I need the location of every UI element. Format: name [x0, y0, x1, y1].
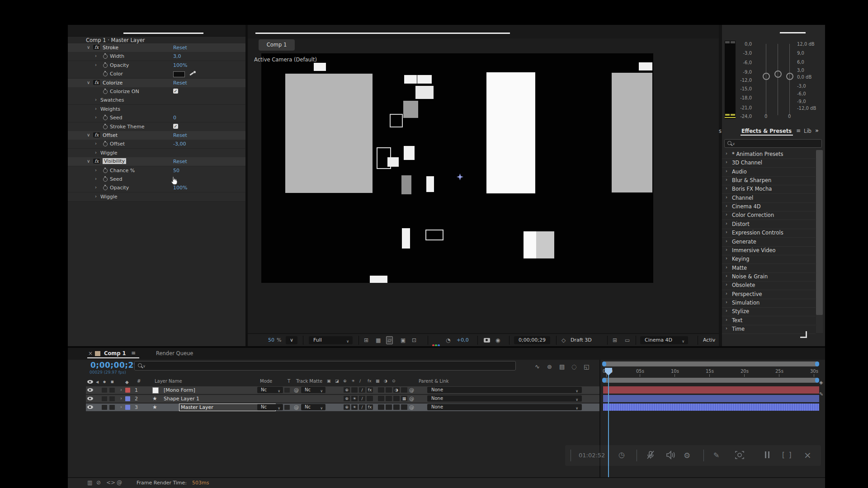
layer-switch-icon-5[interactable] [386, 396, 392, 401]
layer-label-color[interactable] [125, 396, 130, 401]
tab-libraries[interactable]: Lib [804, 128, 811, 134]
effects-category-matte[interactable]: ›Matte [722, 264, 816, 273]
effects-search-input[interactable]: ∨ [724, 139, 822, 148]
effects-category-audio[interactable]: ›Audio [722, 168, 816, 177]
parent-pickwhip-icon[interactable]: @ [409, 396, 414, 402]
chevron-right-icon[interactable]: › [95, 97, 97, 102]
audio-slider-knob[interactable] [786, 73, 793, 80]
effects-category-stylize[interactable]: ›Stylize [722, 307, 816, 316]
chevron-down-icon[interactable]: ∨ [87, 132, 90, 137]
layer-switch-icon-7[interactable]: ▦ [401, 396, 407, 401]
chevron-right-icon[interactable]: › [95, 115, 97, 120]
layer-switch-icon-7[interactable] [401, 404, 407, 410]
layer-expand-icon[interactable]: › [120, 404, 122, 409]
layer-switch-icon-3[interactable]: fx [367, 387, 373, 393]
snapshot-camera-icon[interactable] [484, 338, 490, 343]
layer-switch-icon-6[interactable] [393, 404, 400, 410]
chevron-down-icon[interactable]: ∨ [87, 80, 90, 85]
layer-expand-icon[interactable]: › [120, 387, 122, 392]
effects-category-obsolete[interactable]: ›Obsolete [722, 281, 816, 290]
layer-row-master-layer[interactable]: ›3★Master LayerNc∨@Nc∨⊕☀∕fx@None∨ [86, 404, 599, 411]
track-matte-dropdown[interactable]: Nc∨ [301, 404, 326, 410]
checkbox[interactable]: ✓ [173, 124, 178, 129]
expand-panel-icon[interactable]: » [815, 127, 819, 134]
layer-solo-cell[interactable] [102, 405, 107, 410]
effects-category-blur-sharpen[interactable]: ›Blur & Sharpen [722, 176, 816, 185]
chevron-right-icon[interactable]: › [726, 291, 727, 296]
pause-recording-icon[interactable] [764, 451, 770, 460]
effect-row-offset[interactable]: ∨fxOffsetReset [68, 131, 245, 140]
layer-expand-icon[interactable]: › [120, 396, 122, 401]
magnification-dropdown[interactable]: ∨ [286, 336, 297, 344]
reset-link[interactable]: Reset [173, 132, 187, 138]
chevron-down-icon[interactable]: ∨ [87, 159, 90, 164]
stopwatch-icon[interactable] [103, 169, 108, 173]
checkbox[interactable]: ✓ [173, 89, 178, 94]
chevron-right-icon[interactable]: › [95, 62, 97, 67]
fast-previews-label[interactable]: Draft 3D [571, 334, 592, 347]
chevron-right-icon[interactable]: › [726, 195, 727, 200]
stop-recording-icon[interactable]: [] [782, 451, 792, 459]
layer-duration-bar[interactable] [603, 395, 819, 402]
layer-row-shape-layer-1[interactable]: ›2★Shape Layer 1⊕☀∕▦@None∨ [86, 395, 599, 403]
panel-divider-right[interactable] [719, 25, 722, 346]
layer-switch-icon-6[interactable]: ◑ [393, 387, 400, 393]
effects-category-cinema-4d[interactable]: ›Cinema 4D [722, 202, 816, 211]
effect-name[interactable]: Offset [103, 132, 118, 138]
audio-slider-knob[interactable] [774, 70, 782, 78]
layer-name[interactable]: [Mono Form] [164, 387, 195, 393]
effect-row-colorize[interactable]: ∨fxColorizeReset [68, 79, 245, 88]
parent-link-dropdown[interactable]: None∨ [427, 404, 582, 410]
effect-row-visibility[interactable]: ∨fxVisibilityReset [68, 157, 245, 166]
stopwatch-icon[interactable] [103, 142, 108, 146]
effect-row-chance[interactable]: ›Chance %50 [68, 166, 245, 175]
reset-link[interactable]: Reset [173, 159, 187, 164]
effect-row-stroke[interactable]: ∨fxStrokeReset [68, 43, 245, 52]
pen-icon[interactable]: ✎ [819, 391, 823, 397]
layer-lock-cell[interactable] [109, 405, 115, 410]
chevron-right-icon[interactable]: › [726, 308, 727, 313]
stopwatch-icon[interactable] [103, 116, 108, 120]
layer-switch-icon-3[interactable] [367, 396, 373, 401]
reset-link[interactable]: Reset [173, 45, 187, 51]
tab-timeline-comp-1[interactable]: Comp 1 [104, 350, 126, 357]
layer-name[interactable]: Shape Layer 1 [164, 396, 199, 402]
panel-resize-corner-icon[interactable] [800, 331, 807, 338]
layer-switch-icon-5[interactable] [386, 387, 392, 393]
effect-row-weights[interactable]: ›Weights [68, 105, 245, 114]
layer-switch-icon-1[interactable]: ☀ [351, 396, 358, 401]
chevron-right-icon[interactable]: › [726, 186, 727, 191]
layer-switch-icon-7[interactable] [401, 387, 407, 393]
render-status-icon[interactable]: ▥ [87, 479, 92, 486]
layer-solo-cell[interactable] [102, 396, 107, 401]
layer-switch-icon-6[interactable] [393, 396, 400, 401]
layer-visibility-eye-icon[interactable] [87, 405, 93, 409]
renderer-dropdown[interactable]: Cinema 4D ∨ [640, 336, 688, 344]
stopwatch-icon[interactable] [103, 63, 108, 68]
fast-previews-icon[interactable]: ◇ [561, 334, 566, 347]
timeline-tool-icon-4[interactable]: ◱ [584, 363, 589, 370]
chevron-down-icon[interactable]: ∨ [87, 45, 90, 50]
effect-row-offset[interactable]: ›Offset-3,00 [68, 140, 245, 149]
effects-category-3d-channel[interactable]: ›3D Channel [722, 159, 816, 168]
layer-switch-icon-4[interactable] [378, 396, 384, 401]
param-value[interactable]: 100% [173, 62, 187, 68]
speaker-icon[interactable] [665, 450, 676, 462]
chevron-right-icon[interactable]: › [726, 326, 727, 331]
eyedropper-icon[interactable] [189, 70, 196, 77]
effects-category-animation-presets[interactable]: ›* Animation Presets [722, 150, 816, 159]
screenshot-camera-icon[interactable] [734, 450, 745, 462]
chevron-right-icon[interactable]: › [726, 265, 727, 270]
stopwatch-icon[interactable] [103, 72, 108, 76]
effect-row-stroke-theme[interactable]: Stroke Theme✓ [68, 122, 245, 131]
reset-exposure-icon[interactable]: ◔ [446, 334, 450, 347]
stopwatch-icon[interactable] [103, 54, 108, 59]
close-icon[interactable]: × [88, 350, 93, 357]
effects-category-simulation[interactable]: ›Simulation [722, 299, 816, 308]
microphone-muted-icon[interactable] [646, 450, 656, 462]
param-value[interactable]: 0 [173, 115, 176, 121]
chevron-right-icon[interactable]: › [95, 106, 97, 111]
effect-row-seed[interactable]: ›Seed [68, 175, 245, 184]
param-value[interactable]: -3,00 [173, 141, 186, 147]
effects-category-channel[interactable]: ›Channel [722, 194, 816, 203]
